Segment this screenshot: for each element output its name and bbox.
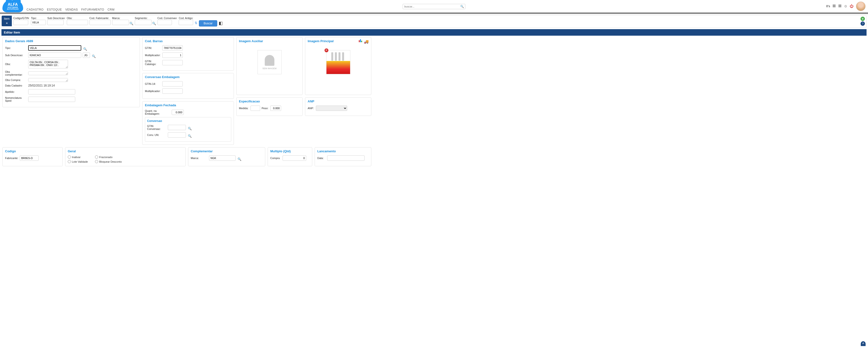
help-icon[interactable]: ?	[861, 22, 865, 26]
quant-emb-label: Quant. na Embalagem:	[145, 109, 170, 115]
filter-codant-label: Cod. Antigo:	[179, 17, 193, 20]
global-search-input[interactable]	[403, 4, 465, 9]
filter-subdesc-input[interactable]	[47, 20, 64, 25]
dados-gerais-panel: Dados Gerais #689 Tipo: 🔍 Sub Descricao:…	[2, 37, 140, 107]
filter-segmento-input[interactable]	[135, 20, 152, 25]
gear-icon[interactable]: ⚙	[844, 4, 847, 8]
grid-icon-2[interactable]	[838, 5, 842, 8]
lanc-data-label: Data:	[317, 157, 326, 160]
spark-plug-graphic	[331, 52, 333, 61]
lookup-subdesc-icon[interactable]: 🔍	[92, 55, 96, 58]
logo[interactable]: ALFA SOFTWARE AUTOPEÇAS	[2, 0, 23, 12]
zeros-label[interactable]: 0's	[826, 5, 830, 8]
obscompra-textarea[interactable]	[28, 78, 68, 82]
gtin14-input[interactable]	[162, 81, 183, 87]
eraser-icon[interactable]: ◧	[219, 21, 223, 26]
power-icon[interactable]: ⏻	[850, 4, 854, 8]
nomencl-input[interactable]	[28, 97, 75, 102]
filter-marca-input[interactable]	[112, 20, 129, 25]
lookup-segmento-icon[interactable]: 🔍	[152, 22, 156, 25]
main-nav: CADASTRO ESTOQUE VENDAS FATURAMENTO CRM	[27, 8, 115, 11]
gtin-mult-input[interactable]	[162, 53, 183, 58]
lookup-gtinconv-icon[interactable]: 🔍	[188, 127, 192, 130]
anp-title: ANP	[308, 99, 369, 103]
bottom-row: Codigo Fabricante: Geral Inativar Lote V…	[0, 147, 868, 166]
grid-icon-1[interactable]	[833, 5, 836, 8]
product-image[interactable]: ✕	[326, 50, 350, 74]
add-icon[interactable]: +	[861, 17, 865, 21]
tipo-label: Tipo:	[5, 46, 27, 50]
filter-codfab-input[interactable]	[89, 20, 111, 25]
nav-estoque[interactable]: ESTOQUE	[47, 8, 62, 11]
delete-image-icon[interactable]: ✕	[324, 49, 329, 52]
conv-mult-input[interactable]	[162, 89, 183, 94]
chart-icon[interactable]	[359, 39, 362, 44]
mult-compra-label: Compra	[270, 157, 281, 160]
emb-fechada-title: Embalagem Fechada	[145, 103, 231, 107]
filter-codconv-input[interactable]	[157, 20, 172, 25]
conversao-subpanel: Conversao GTIN Conversao:🔍 Conv. UN:🔍	[145, 117, 231, 142]
avatar[interactable]	[856, 1, 866, 11]
subdesc-suffix-input[interactable]	[83, 53, 90, 58]
medida-input[interactable]	[250, 105, 260, 111]
buscar-button[interactable]: Buscar	[199, 20, 217, 27]
obs-textarea[interactable]: CELTA 05/.. CORSA 05/.. PRISMA 09/.. ONI…	[28, 60, 68, 68]
radio-lote[interactable]	[68, 160, 71, 163]
apelido-input[interactable]	[28, 89, 75, 94]
lookup-tipo-icon[interactable]: 🔍	[83, 47, 87, 51]
search-icon[interactable]: 🔍	[460, 5, 464, 8]
anp-panel: ANP ANP:	[305, 97, 371, 116]
subdesc-input[interactable]	[28, 53, 81, 58]
truck-icon[interactable]: 🚚	[364, 39, 369, 44]
obscomp-textarea[interactable]	[28, 71, 68, 75]
conv-un-input[interactable]	[168, 132, 186, 137]
filter-codconv-label: Cod. Conversao:	[157, 17, 178, 20]
radio-bloquear[interactable]	[95, 160, 98, 163]
quant-emb-input[interactable]	[172, 109, 184, 115]
dados-gerais-title: Dados Gerais #689	[5, 39, 137, 43]
lookup-marca-icon[interactable]: 🔍	[129, 22, 133, 25]
item-tab[interactable]: Item ★	[2, 15, 12, 26]
gtin-cat-input[interactable]	[162, 60, 183, 65]
tipo-input[interactable]	[28, 45, 81, 51]
subdesc-label: Sub Descricao:	[5, 54, 27, 57]
gtin-conv-input[interactable]	[168, 125, 186, 130]
codigo-panel: Codigo Fabricante:	[2, 147, 63, 166]
toggle-filter-icon[interactable]: ⇅	[194, 21, 197, 25]
page-title: Editar Item	[1, 29, 867, 36]
radio-fracionado[interactable]	[95, 155, 98, 159]
lookup-convun-icon[interactable]: 🔍	[188, 134, 192, 138]
nav-faturamento[interactable]: FATURAMENTO	[81, 8, 104, 11]
lancamento-title: Lancamento	[317, 149, 369, 153]
comp-marca-input[interactable]	[209, 155, 236, 161]
filter-codigo-gtin-input[interactable]	[13, 20, 28, 25]
filter-obs-input[interactable]	[67, 20, 88, 25]
codigo-title: Codigo	[5, 149, 60, 153]
apelido-label: Apelido:	[5, 90, 27, 93]
lookup-compmarca-icon[interactable]: 🔍	[238, 157, 241, 161]
top-bar: ALFA SOFTWARE AUTOPEÇAS CADASTRO ESTOQUE…	[0, 0, 868, 12]
filter-obs-label: Obs:	[67, 17, 88, 20]
peso-input[interactable]	[270, 105, 281, 111]
anp-select[interactable]	[316, 105, 347, 111]
brand-sub: AUTOPEÇAS	[7, 8, 19, 10]
lanc-data-input[interactable]	[327, 155, 365, 161]
imagem-aux-title: Imagem Auxiliar	[239, 39, 300, 43]
nav-cadastro[interactable]: CADASTRO	[27, 8, 44, 11]
brand-tagline: SOFTWARE	[7, 6, 19, 8]
mult-compra-input[interactable]	[283, 155, 306, 161]
embalagem-fechada-panel: Embalagem Fechada Quant. na Embalagem: C…	[142, 101, 234, 145]
fabricante-input[interactable]	[20, 155, 38, 161]
no-image-placeholder[interactable]: SEM IMAGEM	[257, 50, 282, 74]
star-icon[interactable]: ★	[5, 22, 8, 25]
gtin-input[interactable]	[162, 45, 183, 51]
radio-inativar[interactable]	[68, 155, 71, 159]
geral-title: Geral	[68, 149, 183, 153]
no-image-text: SEM IMAGEM	[262, 67, 277, 70]
conv-mult-label: Multiplicador:	[145, 90, 161, 93]
filter-tipo-input[interactable]	[31, 20, 46, 25]
nav-vendas[interactable]: VENDAS	[65, 8, 78, 11]
filter-codant-input[interactable]	[179, 20, 193, 25]
nav-crm[interactable]: CRM	[107, 8, 115, 11]
radio-lote-label: Lote Validade	[72, 160, 88, 163]
